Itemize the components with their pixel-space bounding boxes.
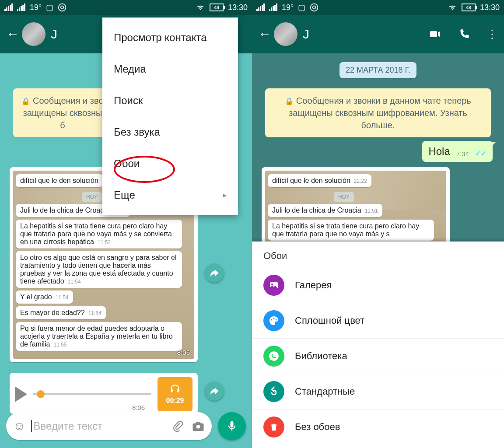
image-icon: ▢ xyxy=(46,3,53,12)
signal-icon xyxy=(17,4,25,11)
restore-icon xyxy=(263,381,284,402)
status-bar: 19° ▢ 48 13:30 xyxy=(252,0,504,15)
back-button[interactable]: ← xyxy=(258,27,271,42)
emoji-icon[interactable]: ☺ xyxy=(13,419,26,433)
gallery-icon xyxy=(263,275,284,296)
image-message[interactable]: difícil que le den solución22:22 HOY Jul… xyxy=(262,167,450,250)
lock-icon: 🔒 xyxy=(285,98,294,105)
menu-more[interactable]: Еще▸ xyxy=(102,179,238,211)
sheet-gallery[interactable]: Галерея xyxy=(252,268,504,303)
svg-point-4 xyxy=(313,6,316,9)
wifi-icon xyxy=(196,4,205,11)
avatar[interactable] xyxy=(274,22,298,46)
camera-icon[interactable] xyxy=(192,420,205,433)
forward-button[interactable] xyxy=(205,263,224,283)
whatsapp-icon xyxy=(263,346,284,367)
audio-track[interactable] xyxy=(33,393,151,395)
chrome-icon xyxy=(310,3,318,12)
battery-icon: 48 xyxy=(210,4,224,11)
wifi-icon xyxy=(448,4,457,11)
mic-button[interactable] xyxy=(218,412,246,440)
signal-icon xyxy=(256,4,265,11)
lock-icon: 🔒 xyxy=(21,98,30,105)
trash-icon xyxy=(263,416,284,438)
menu-wallpaper[interactable]: Обои xyxy=(102,148,238,179)
message-input[interactable]: ☺ Введите текст xyxy=(6,412,212,440)
voice-call-icon[interactable] xyxy=(458,28,470,40)
sheet-title: Обои xyxy=(252,242,504,268)
sheet-no-wallpaper[interactable]: Без обоев xyxy=(252,409,504,444)
encryption-notice[interactable]: 🔒 Сообщения и звонки в данном чате тепер… xyxy=(265,88,491,137)
temperature: 19° xyxy=(282,3,294,12)
svg-point-7 xyxy=(271,319,273,321)
status-bar: 19° ▢ 48 13:30 xyxy=(0,0,252,15)
audio-message[interactable]: 00:29 8:06 xyxy=(10,373,198,414)
sheet-default[interactable]: Стандартные xyxy=(252,374,504,409)
svg-point-0 xyxy=(59,4,66,11)
clock: 13:30 xyxy=(480,3,500,12)
menu-view-contact[interactable]: Просмотр контакта xyxy=(102,22,238,53)
svg-point-8 xyxy=(273,318,275,319)
battery-icon: 48 xyxy=(462,4,476,11)
svg-point-6 xyxy=(271,284,273,285)
signal-icon xyxy=(4,4,13,11)
temperature: 19° xyxy=(30,3,42,12)
svg-point-2 xyxy=(196,425,200,429)
clock: 13:30 xyxy=(228,3,248,12)
image-icon: ▢ xyxy=(298,3,305,12)
chevron-right-icon: ▸ xyxy=(223,190,227,200)
svg-point-9 xyxy=(276,319,277,321)
input-placeholder: Введите текст xyxy=(31,420,172,432)
avatar[interactable] xyxy=(22,22,46,46)
outgoing-message[interactable]: Hola 7:34 ✓✓ xyxy=(422,141,493,162)
attach-icon[interactable] xyxy=(172,420,184,432)
svg-point-1 xyxy=(61,6,64,9)
svg-point-3 xyxy=(311,4,318,11)
video-call-icon[interactable] xyxy=(428,29,442,39)
chrome-icon xyxy=(58,3,66,12)
dropdown-menu: Просмотр контакта Медиа Поиск Без звука … xyxy=(102,18,238,215)
menu-mute[interactable]: Без звука xyxy=(102,116,238,148)
play-icon[interactable] xyxy=(15,386,27,402)
encryption-notice[interactable]: 🔒 Сообщения и зво защищены сквозны б xyxy=(13,88,112,137)
more-icon[interactable]: ⋮ xyxy=(486,28,498,41)
sheet-solid-color[interactable]: Сплошной цвет xyxy=(252,303,504,338)
wallpaper-sheet: Обои Галерея Сплошной цвет Библиотека Ст… xyxy=(252,242,504,448)
headphone-badge: 00:29 xyxy=(158,377,192,411)
menu-search[interactable]: Поиск xyxy=(102,85,238,116)
topbar: ← J ⋮ xyxy=(252,15,504,53)
forward-button[interactable] xyxy=(205,382,224,401)
contact-name[interactable]: J xyxy=(51,27,57,42)
palette-icon xyxy=(263,310,284,331)
sheet-library[interactable]: Библиотека xyxy=(252,338,504,374)
back-button[interactable]: ← xyxy=(6,27,19,42)
date-pill: 22 МАРТА 2018 Г. xyxy=(340,62,416,78)
menu-media[interactable]: Медиа xyxy=(102,53,238,85)
contact-name[interactable]: J xyxy=(303,27,309,42)
signal-icon xyxy=(269,4,277,11)
read-ticks-icon: ✓✓ xyxy=(475,149,486,158)
